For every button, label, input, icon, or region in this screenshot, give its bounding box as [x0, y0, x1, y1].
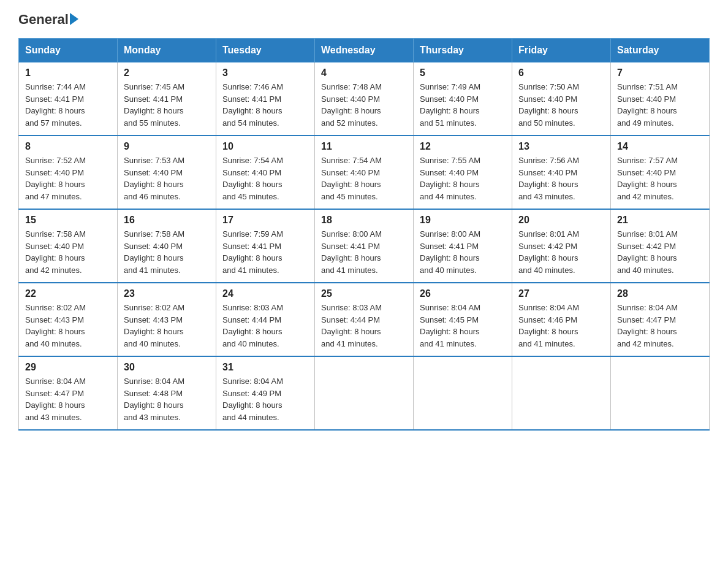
- logo-part1: General: [18, 12, 78, 27]
- day-number: 31: [222, 362, 308, 373]
- day-number: 18: [321, 215, 407, 226]
- weekday-header-monday: Monday: [118, 39, 216, 63]
- day-info: Sunrise: 7:58 AMSunset: 4:40 PMDaylight:…: [25, 228, 111, 276]
- calendar-cell: 10 Sunrise: 7:54 AMSunset: 4:40 PMDaylig…: [216, 136, 315, 209]
- calendar-cell: 25 Sunrise: 8:03 AMSunset: 4:44 PMDaylig…: [315, 283, 414, 356]
- day-number: 26: [420, 288, 506, 299]
- calendar-cell: 31 Sunrise: 8:04 AMSunset: 4:49 PMDaylig…: [216, 356, 315, 430]
- calendar-cell: 29 Sunrise: 8:04 AMSunset: 4:47 PMDaylig…: [19, 356, 118, 430]
- day-info: Sunrise: 7:58 AMSunset: 4:40 PMDaylight:…: [124, 228, 210, 276]
- day-info: Sunrise: 7:55 AMSunset: 4:40 PMDaylight:…: [420, 155, 506, 202]
- day-number: 27: [518, 288, 604, 299]
- calendar-cell: 3 Sunrise: 7:46 AMSunset: 4:41 PMDayligh…: [216, 63, 315, 136]
- day-number: 12: [420, 141, 506, 152]
- calendar-cell: 27 Sunrise: 8:04 AMSunset: 4:46 PMDaylig…: [512, 283, 611, 356]
- day-info: Sunrise: 7:49 AMSunset: 4:40 PMDaylight:…: [420, 81, 506, 129]
- day-info: Sunrise: 8:01 AMSunset: 4:42 PMDaylight:…: [617, 228, 703, 276]
- calendar-cell: 11 Sunrise: 7:54 AMSunset: 4:40 PMDaylig…: [315, 136, 414, 209]
- weekday-header-wednesday: Wednesday: [315, 39, 414, 63]
- day-number: 14: [617, 141, 703, 152]
- calendar-cell: 19 Sunrise: 8:00 AMSunset: 4:41 PMDaylig…: [414, 209, 512, 283]
- day-info: Sunrise: 8:04 AMSunset: 4:48 PMDaylight:…: [124, 375, 210, 423]
- day-number: 29: [25, 362, 111, 373]
- day-number: 11: [321, 141, 407, 152]
- calendar-cell: 24 Sunrise: 8:03 AMSunset: 4:44 PMDaylig…: [216, 283, 315, 356]
- calendar-cell: 2 Sunrise: 7:45 AMSunset: 4:41 PMDayligh…: [118, 63, 216, 136]
- day-info: Sunrise: 7:50 AMSunset: 4:40 PMDaylight:…: [518, 81, 604, 129]
- calendar-cell: 4 Sunrise: 7:48 AMSunset: 4:40 PMDayligh…: [315, 63, 414, 136]
- day-number: 8: [25, 141, 111, 152]
- calendar-cell: 9 Sunrise: 7:53 AMSunset: 4:40 PMDayligh…: [118, 136, 216, 209]
- calendar-cell: 22 Sunrise: 8:02 AMSunset: 4:43 PMDaylig…: [19, 283, 118, 356]
- calendar-cell: 15 Sunrise: 7:58 AMSunset: 4:40 PMDaylig…: [19, 209, 118, 283]
- day-info: Sunrise: 7:53 AMSunset: 4:40 PMDaylight:…: [124, 155, 210, 202]
- calendar-cell: [512, 356, 611, 430]
- weekday-header-friday: Friday: [512, 39, 611, 63]
- day-info: Sunrise: 7:45 AMSunset: 4:41 PMDaylight:…: [124, 81, 210, 129]
- calendar-week-row: 29 Sunrise: 8:04 AMSunset: 4:47 PMDaylig…: [19, 356, 710, 430]
- calendar-cell: 17 Sunrise: 7:59 AMSunset: 4:41 PMDaylig…: [216, 209, 315, 283]
- day-number: 23: [124, 288, 210, 299]
- calendar-cell: [611, 356, 710, 430]
- calendar-cell: 13 Sunrise: 7:56 AMSunset: 4:40 PMDaylig…: [512, 136, 611, 209]
- day-info: Sunrise: 7:51 AMSunset: 4:40 PMDaylight:…: [617, 81, 703, 129]
- day-info: Sunrise: 8:02 AMSunset: 4:43 PMDaylight:…: [124, 302, 210, 350]
- day-number: 17: [222, 215, 308, 226]
- calendar-table: SundayMondayTuesdayWednesdayThursdayFrid…: [18, 38, 710, 431]
- day-info: Sunrise: 7:57 AMSunset: 4:40 PMDaylight:…: [617, 155, 703, 202]
- calendar-week-row: 1 Sunrise: 7:44 AMSunset: 4:41 PMDayligh…: [19, 63, 710, 136]
- day-number: 7: [617, 67, 703, 79]
- day-info: Sunrise: 7:54 AMSunset: 4:40 PMDaylight:…: [321, 155, 407, 202]
- day-info: Sunrise: 7:59 AMSunset: 4:41 PMDaylight:…: [222, 228, 308, 276]
- day-info: Sunrise: 8:03 AMSunset: 4:44 PMDaylight:…: [321, 302, 407, 350]
- day-number: 20: [518, 215, 604, 226]
- day-number: 13: [518, 141, 604, 152]
- calendar-week-row: 8 Sunrise: 7:52 AMSunset: 4:40 PMDayligh…: [19, 136, 710, 209]
- day-info: Sunrise: 7:56 AMSunset: 4:40 PMDaylight:…: [518, 155, 604, 202]
- day-number: 25: [321, 288, 407, 299]
- weekday-header-saturday: Saturday: [611, 39, 710, 63]
- weekday-header-thursday: Thursday: [414, 39, 512, 63]
- day-info: Sunrise: 8:00 AMSunset: 4:41 PMDaylight:…: [321, 228, 407, 276]
- day-info: Sunrise: 8:04 AMSunset: 4:49 PMDaylight:…: [222, 375, 308, 423]
- day-number: 30: [124, 362, 210, 373]
- day-number: 19: [420, 215, 506, 226]
- calendar-cell: 23 Sunrise: 8:02 AMSunset: 4:43 PMDaylig…: [118, 283, 216, 356]
- day-number: 22: [25, 288, 111, 299]
- day-number: 5: [420, 67, 506, 79]
- calendar-cell: 1 Sunrise: 7:44 AMSunset: 4:41 PMDayligh…: [19, 63, 118, 136]
- day-info: Sunrise: 8:02 AMSunset: 4:43 PMDaylight:…: [25, 302, 111, 350]
- logo-arrow-icon: [70, 13, 78, 25]
- day-info: Sunrise: 7:48 AMSunset: 4:40 PMDaylight:…: [321, 81, 407, 129]
- calendar-cell: 16 Sunrise: 7:58 AMSunset: 4:40 PMDaylig…: [118, 209, 216, 283]
- calendar-cell: 8 Sunrise: 7:52 AMSunset: 4:40 PMDayligh…: [19, 136, 118, 209]
- day-info: Sunrise: 8:01 AMSunset: 4:42 PMDaylight:…: [518, 228, 604, 276]
- logo: General: [18, 12, 78, 27]
- calendar-cell: 20 Sunrise: 8:01 AMSunset: 4:42 PMDaylig…: [512, 209, 611, 283]
- weekday-header-row: SundayMondayTuesdayWednesdayThursdayFrid…: [19, 39, 710, 63]
- day-number: 3: [222, 67, 308, 79]
- calendar-cell: 14 Sunrise: 7:57 AMSunset: 4:40 PMDaylig…: [611, 136, 710, 209]
- weekday-header-tuesday: Tuesday: [216, 39, 315, 63]
- calendar-week-row: 22 Sunrise: 8:02 AMSunset: 4:43 PMDaylig…: [19, 283, 710, 356]
- day-info: Sunrise: 7:52 AMSunset: 4:40 PMDaylight:…: [25, 155, 111, 202]
- calendar-cell: 5 Sunrise: 7:49 AMSunset: 4:40 PMDayligh…: [414, 63, 512, 136]
- day-number: 24: [222, 288, 308, 299]
- calendar-cell: 12 Sunrise: 7:55 AMSunset: 4:40 PMDaylig…: [414, 136, 512, 209]
- calendar-cell: 30 Sunrise: 8:04 AMSunset: 4:48 PMDaylig…: [118, 356, 216, 430]
- calendar-cell: 18 Sunrise: 8:00 AMSunset: 4:41 PMDaylig…: [315, 209, 414, 283]
- day-info: Sunrise: 7:46 AMSunset: 4:41 PMDaylight:…: [222, 81, 308, 129]
- calendar-cell: 7 Sunrise: 7:51 AMSunset: 4:40 PMDayligh…: [611, 63, 710, 136]
- day-number: 2: [124, 67, 210, 79]
- calendar-cell: [315, 356, 414, 430]
- calendar-cell: [414, 356, 512, 430]
- calendar-cell: 26 Sunrise: 8:04 AMSunset: 4:45 PMDaylig…: [414, 283, 512, 356]
- day-number: 4: [321, 67, 407, 79]
- day-info: Sunrise: 8:03 AMSunset: 4:44 PMDaylight:…: [222, 302, 308, 350]
- calendar-cell: 6 Sunrise: 7:50 AMSunset: 4:40 PMDayligh…: [512, 63, 611, 136]
- day-info: Sunrise: 7:44 AMSunset: 4:41 PMDaylight:…: [25, 81, 111, 129]
- day-number: 21: [617, 215, 703, 226]
- calendar-cell: 21 Sunrise: 8:01 AMSunset: 4:42 PMDaylig…: [611, 209, 710, 283]
- day-number: 1: [25, 67, 111, 79]
- day-info: Sunrise: 8:04 AMSunset: 4:47 PMDaylight:…: [617, 302, 703, 350]
